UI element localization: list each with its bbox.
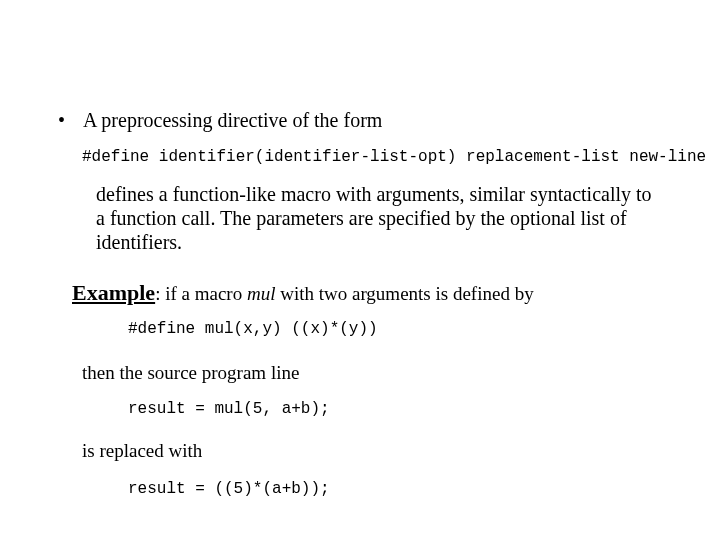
code-define-line: #define mul(x,y) ((x)*(y))	[128, 320, 378, 338]
replaced-line: is replaced with	[82, 440, 202, 462]
bullet-item: • A preprocessing directive of the form	[58, 108, 382, 132]
definition-paragraph: defines a function-like macro with argum…	[96, 182, 656, 254]
example-prefix: if a macro	[165, 283, 247, 304]
code-result-line: result = ((5)*(a+b));	[128, 480, 330, 498]
slide: • A preprocessing directive of the form …	[0, 0, 720, 540]
example-colon: :	[155, 283, 165, 304]
bullet-text: A preprocessing directive of the form	[83, 108, 382, 132]
syntax-code-line: #define identifier(identifier-list-opt) …	[82, 148, 706, 166]
then-line: then the source program line	[82, 362, 299, 384]
code-call-line: result = mul(5, a+b);	[128, 400, 330, 418]
example-suffix: with two arguments is defined by	[275, 283, 533, 304]
bullet-marker: •	[58, 108, 65, 132]
example-label: Example	[72, 280, 155, 305]
example-macro-name: mul	[247, 283, 276, 304]
example-line: Example: if a macro mul with two argumen…	[72, 280, 534, 306]
